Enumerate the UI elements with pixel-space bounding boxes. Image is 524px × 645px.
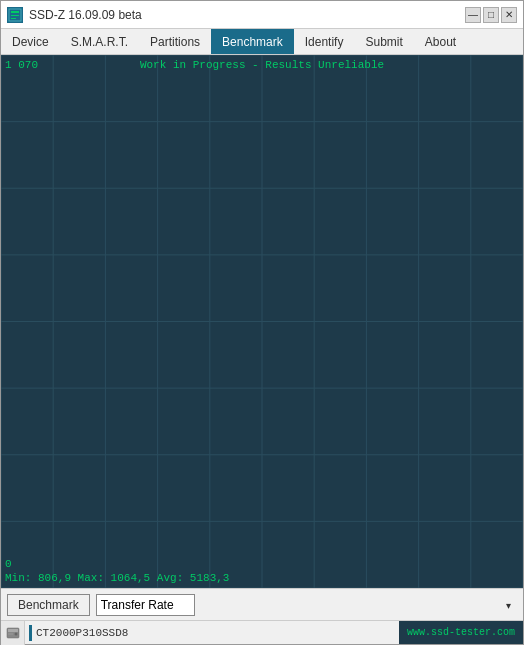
menu-identify[interactable]: Identify xyxy=(294,29,355,54)
svg-rect-25 xyxy=(8,633,13,634)
status-bar-icon xyxy=(1,621,25,645)
status-bar: CT2000P310SSD8 www.ssd-tester.com xyxy=(1,620,523,644)
close-button[interactable]: ✕ xyxy=(501,7,517,23)
chart-stats-text: Min: 806,9 Max: 1064,5 Avg: 5183,3 xyxy=(5,572,229,584)
main-window: SSD-Z 16.09.09 beta — □ ✕ Device S.M.A.R… xyxy=(0,0,524,645)
minimize-button[interactable]: — xyxy=(465,7,481,23)
benchmark-button[interactable]: Benchmark xyxy=(7,594,90,616)
svg-rect-23 xyxy=(8,629,18,632)
status-bar-divider xyxy=(29,625,32,641)
device-name-text: CT2000P310SSD8 xyxy=(36,627,399,639)
menu-about[interactable]: About xyxy=(414,29,467,54)
main-content: 1 070 Work in Progress - Results Unrelia… xyxy=(1,55,523,588)
chart-grid xyxy=(1,55,523,588)
website-url: www.ssd-tester.com xyxy=(399,621,523,644)
transfer-rate-dropdown[interactable]: Transfer Rate Random Read Random Write S… xyxy=(96,594,195,616)
y-axis-top-label: 1 070 xyxy=(5,59,38,71)
svg-point-24 xyxy=(14,632,17,635)
title-bar: SSD-Z 16.09.09 beta — □ ✕ xyxy=(1,1,523,29)
menu-partitions[interactable]: Partitions xyxy=(139,29,211,54)
svg-rect-2 xyxy=(11,15,19,16)
window-title: SSD-Z 16.09.09 beta xyxy=(29,8,142,22)
menu-benchmark[interactable]: Benchmark xyxy=(211,29,294,54)
maximize-button[interactable]: □ xyxy=(483,7,499,23)
title-controls: — □ ✕ xyxy=(465,7,517,23)
dropdown-wrapper[interactable]: Transfer Rate Random Read Random Write S… xyxy=(96,594,517,616)
svg-rect-1 xyxy=(11,11,19,13)
svg-rect-3 xyxy=(11,18,16,19)
app-icon xyxy=(7,7,23,23)
chart-status-text: Work in Progress - Results Unreliable xyxy=(140,59,384,71)
menu-submit[interactable]: Submit xyxy=(354,29,413,54)
menu-bar: Device S.M.A.R.T. Partitions Benchmark I… xyxy=(1,29,523,55)
menu-smart[interactable]: S.M.A.R.T. xyxy=(60,29,139,54)
disk-icon xyxy=(6,626,20,640)
y-axis-bottom-label: 0 xyxy=(5,558,12,570)
chart-area: 1 070 Work in Progress - Results Unrelia… xyxy=(1,55,523,588)
bottom-controls: Benchmark Transfer Rate Random Read Rand… xyxy=(1,588,523,620)
title-bar-left: SSD-Z 16.09.09 beta xyxy=(7,7,142,23)
menu-device[interactable]: Device xyxy=(1,29,60,54)
